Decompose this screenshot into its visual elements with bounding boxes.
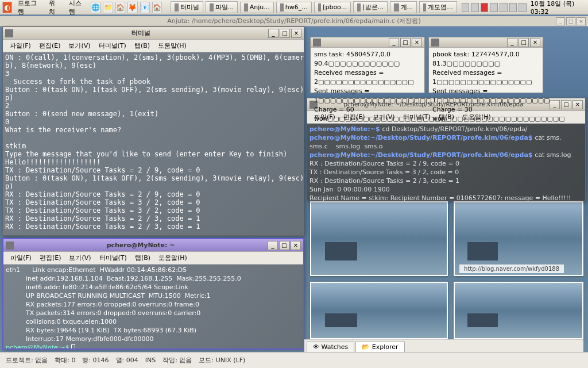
terminal-output[interactable]: pchero@MyNote:~$ cd Desktop/Study/REPORT… (307, 124, 585, 201)
help-menu[interactable]: 도움말(H) (154, 40, 190, 51)
sms-task-line: sms task: 45804577,0.0 90.4▢▢▢▢▢▢▢▢▢▢▢▢ (314, 50, 421, 68)
tray-icon[interactable] (481, 3, 489, 12)
task-button[interactable]: hw6_... (276, 2, 312, 13)
app-icon (423, 3, 426, 12)
minimize-button[interactable]: _ (556, 17, 565, 25)
minimize-button[interactable]: _ (507, 38, 517, 47)
titlebar[interactable]: _ □ × (429, 37, 543, 48)
terminal-menu[interactable]: 터미널(T) (96, 252, 130, 263)
launcher-icon[interactable]: 🏠 (152, 2, 162, 13)
charge-line: Charge = 30 won▢▢▢▢▢▢▢▢▢▢▢▢▢▢▢▢▢▢▢▢ (432, 105, 539, 124)
clock[interactable]: 10월 18일 (목) 03:32 (528, 0, 586, 16)
titlebar[interactable]: pchero@MyNote: ~ _ □ × (3, 239, 303, 252)
close-button[interactable]: × (291, 29, 301, 38)
terminal-icon (175, 3, 179, 12)
tray-icon[interactable] (509, 3, 517, 12)
task-button[interactable]: 게... (390, 1, 417, 13)
tray-icon[interactable] (519, 3, 527, 12)
maximize-button[interactable]: □ (519, 38, 529, 47)
mail-icon (357, 3, 361, 12)
maximize-button[interactable]: □ (566, 17, 575, 25)
tray-icon[interactable] (471, 3, 479, 12)
terminal-window-ifconfig: pchero@MyNote: ~ _ □ × 파일(F) 편집(E) 보기(V)… (2, 238, 304, 350)
maximize-button[interactable]: □ (400, 38, 411, 47)
apps-menu[interactable]: 프로그램 (14, 0, 43, 17)
status-mode: 모드: UNIX (LF) (199, 356, 245, 365)
terminal-menu[interactable]: 터미널(T) (95, 40, 130, 51)
terminal-output[interactable]: ON : 0(call), 1(conversation), 2(sms), 3… (3, 52, 304, 235)
system-tray: 10월 18일 (목) 03:32 (462, 0, 586, 16)
anjuta-titlebar: Anjuta: /home/pchero/Desktop/Study/REPOR… (0, 16, 588, 26)
close-button[interactable]: × (577, 17, 586, 25)
prompt: pchero@MyNote:~$ (6, 344, 71, 348)
terminal-icon (313, 39, 321, 47)
status-ins: INS (145, 356, 156, 364)
view-menu[interactable]: 보기(V) (65, 40, 94, 51)
menubar: 파일(F) 편집(E) 보기(V) 터미널(T) 탭(B) 도움말(H) (3, 40, 304, 52)
maximize-button[interactable]: □ (561, 100, 571, 109)
status-col: 열: 004 (116, 356, 138, 365)
terminal-icon (431, 39, 439, 47)
status-zoom: 확대: 0 (55, 356, 75, 365)
places-menu[interactable]: 위치 (45, 0, 63, 17)
task-button[interactable]: 게모엽... (419, 1, 457, 13)
cursor (71, 344, 75, 348)
close-button[interactable]: × (530, 38, 540, 47)
pbook-status-window: _ □ × pbook task: 127474577,0.0 81.3▢▢▢▢… (428, 37, 543, 93)
tab-explorer[interactable]: 📂 Explorer (355, 342, 404, 352)
system-menu[interactable]: 시스템 (65, 0, 88, 17)
close-button[interactable]: × (412, 38, 422, 47)
close-button[interactable]: × (572, 100, 583, 109)
window-title: 터미널 (16, 29, 266, 37)
launcher-icon[interactable]: 🌐 (91, 2, 100, 13)
terminal-output[interactable]: eth1 Link encap:Ethernet HWaddr 00:14:A5… (3, 264, 303, 348)
maximize-button[interactable]: □ (280, 29, 290, 38)
firefox-icon[interactable]: 🦊 (127, 2, 137, 13)
received-line: Received messages = 1▢▢▢▢▢▢▢▢▢▢▢▢▢▢▢▢ (432, 68, 539, 87)
close-button[interactable]: × (291, 241, 301, 250)
task-button[interactable]: [받은... (353, 1, 388, 13)
edit-menu[interactable]: 편집(E) (36, 252, 65, 263)
received-line: Received messages = 2▢▢▢▢▢▢▢▢▢▢▢▢▢▢▢▢ (314, 68, 421, 87)
minimize-button[interactable]: _ (268, 241, 278, 250)
sent-line: Sent messages = 1▢▢▢▢▢▢▢▢▢▢▢▢▢▢▢▢▢▢▢ (314, 87, 421, 105)
maximize-button[interactable]: □ (279, 241, 289, 250)
view-menu[interactable]: 보기(V) (65, 252, 94, 263)
edit-menu[interactable]: 편집(E) (36, 40, 64, 51)
task-button[interactable]: [pboo... (314, 2, 351, 13)
titlebar[interactable]: _ □ × (311, 37, 424, 48)
volume-icon[interactable] (500, 3, 508, 12)
app-icon (394, 3, 399, 12)
anjuta-title-text: Anjuta: /home/pchero/Desktop/Study/REPOR… (167, 17, 421, 25)
bg-thumbnail (454, 282, 583, 339)
tabs-menu[interactable]: 탭(B) (131, 40, 153, 51)
launcher-icon[interactable]: 🏠 (115, 2, 125, 13)
launcher-icon[interactable]: 📁 (103, 2, 113, 13)
bg-thumbnail (310, 201, 448, 276)
launcher-icon[interactable]: 📧 (140, 2, 150, 13)
terminal-icon (5, 29, 13, 37)
status-project: 프로젝트: 없음 (6, 356, 48, 365)
image-caption: http://blog.naver.com/wkfyd0188 (459, 264, 564, 273)
network-icon[interactable] (490, 3, 498, 12)
pbook-task-line: pbook task: 127474577,0.0 81.3▢▢▢▢▢▢▢▢▢ (432, 50, 539, 68)
tray-icon[interactable] (462, 3, 470, 12)
terminal-window-main: 터미널 _ □ × 파일(F) 편집(E) 보기(V) 터미널(T) 탭(B) … (2, 26, 304, 236)
anjuta-icon (244, 3, 247, 12)
minimize-button[interactable]: _ (389, 38, 399, 47)
task-button[interactable]: 파일... (206, 1, 238, 13)
help-menu[interactable]: 도움말(H) (155, 252, 191, 263)
bottom-tabs: 👁 Watches 📂 Explorer (304, 339, 583, 352)
sms-status-window: _ □ × sms task: 45804577,0.0 90.4▢▢▢▢▢▢▢… (310, 37, 425, 93)
titlebar[interactable]: 터미널 _ □ × (3, 27, 304, 40)
ubuntu-menu-icon[interactable]: ◐ (2, 2, 12, 13)
tabs-menu[interactable]: 탭(B) (131, 252, 154, 263)
task-button[interactable]: 터미널 (171, 1, 203, 13)
bg-thumbnail (310, 282, 448, 339)
file-menu[interactable]: 파일(F) (6, 40, 34, 51)
file-menu[interactable]: 파일(F) (7, 252, 35, 263)
minimize-button[interactable]: _ (268, 29, 278, 38)
minimize-button[interactable]: _ (550, 100, 560, 109)
task-button[interactable]: Anju... (240, 2, 273, 13)
tab-watches[interactable]: 👁 Watches (307, 342, 354, 352)
